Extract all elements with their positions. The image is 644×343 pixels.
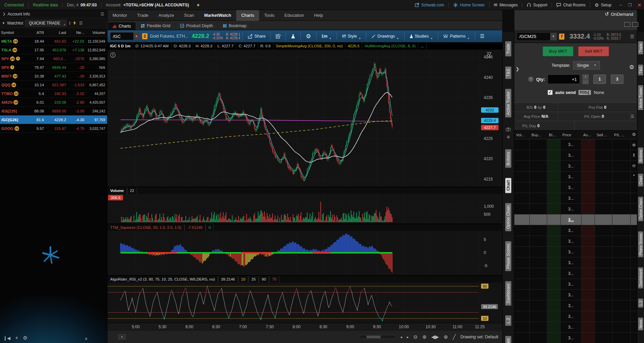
alerts-badge[interactable]: 2 [142, 33, 147, 39]
fit-width-icon[interactable]: ◀▶ [431, 334, 439, 340]
bolt-icon[interactable] [73, 21, 76, 25]
ladder-bid-cell[interactable] [547, 257, 561, 268]
ladder-bid-cell[interactable] [547, 139, 561, 150]
ladder-buy-cell[interactable] [530, 236, 547, 246]
menu-tools[interactable]: Tools [259, 10, 279, 21]
ladder-buy-cell[interactable] [530, 161, 547, 171]
home-screen-button[interactable]: Home Screen [449, 0, 489, 10]
ladder-ask-cell[interactable] [582, 247, 595, 257]
auto-send-checkbox[interactable]: ✓ [548, 90, 553, 95]
watchlist-row-ESZ25[interactable]: /ES[Z25]88.086859.00-3.00246,242 [0, 107, 107, 115]
ladder-sell-cell[interactable] [595, 236, 612, 246]
ondemand-button[interactable]: ↺OnDemand [605, 11, 633, 17]
ladder-price-cell[interactable]: 3... [561, 214, 582, 225]
watchlist-row-TSLA[interactable]: TSLA2417.95453.878+7.13812,852,849 [0, 46, 107, 54]
symbol-dropdown-icon[interactable]: ▼ [133, 33, 139, 40]
ladder-ask-cell[interactable] [582, 322, 595, 332]
ladder-vol-cell[interactable] [514, 247, 530, 257]
ladder-vol-cell[interactable] [514, 300, 530, 311]
setup-button[interactable]: ⚙Setup [590, 0, 616, 10]
ladder-sell-cell[interactable] [595, 139, 612, 150]
side-tab-buttons[interactable]: Buttons [638, 148, 643, 164]
buy-market-button[interactable]: Buy MKT [543, 46, 573, 56]
ladder-bid-cell[interactable] [547, 193, 561, 203]
ladder-ask-cell[interactable] [582, 311, 595, 322]
ladder-row[interactable]: 3... [514, 257, 637, 268]
ladder-price-cell[interactable]: 3... [561, 182, 582, 193]
ladder-sell-cell[interactable] [595, 182, 612, 193]
close-button[interactable]: ✕ [635, 0, 644, 10]
ladder-vol-cell[interactable] [514, 322, 530, 332]
template-dropdown[interactable]: Single▼ [573, 61, 600, 69]
menu-marketwatch[interactable]: MarketWatch [199, 10, 236, 21]
scroll-up-icon[interactable]: ▲ [84, 336, 88, 341]
order-menu-icon[interactable]: ☰ [630, 34, 637, 39]
ladder-vol-cell[interactable] [514, 182, 530, 193]
ladder-price-cell[interactable]: 3... [561, 257, 582, 268]
ladder-pl-cell[interactable] [612, 204, 631, 214]
tab-bookmap[interactable]: Bookmap [218, 22, 252, 30]
ladder-vol-cell[interactable] [514, 193, 530, 203]
watchlist-row-TTWO[interactable]: TTWO245.4242.93-2.0244,207 [0, 89, 107, 98]
ladder-buy-cell[interactable] [530, 311, 547, 322]
volume-label[interactable]: Volume [108, 188, 127, 194]
ladder-sell-cell[interactable] [595, 214, 612, 225]
patterns-button[interactable]: Patterns▼ [440, 32, 472, 41]
ladder-vol-cell[interactable] [514, 150, 530, 160]
ladder-bid-cell[interactable] [547, 333, 561, 343]
side-tab-dashboard[interactable]: Dashboard [638, 267, 643, 288]
ladder-buy-cell[interactable] [530, 172, 547, 182]
support-button[interactable]: Support [522, 0, 552, 10]
watchlist-row-SPX[interactable]: SPX79.476849.44-.28N/A [0, 63, 107, 72]
ladder-row[interactable]: 3... [514, 333, 637, 343]
ladder-price-cell[interactable]: 3... [561, 311, 582, 322]
ladder-price-cell[interactable]: 3... [561, 247, 582, 257]
ladder-sell-cell[interactable] [595, 279, 612, 289]
side-tab-news[interactable]: News [638, 317, 643, 330]
side-tab-chart[interactable]: Chart [638, 174, 643, 187]
side-tab-trade[interactable]: Trade [505, 41, 511, 56]
ladder-ask-cell[interactable] [582, 150, 595, 160]
order-alerts-badge[interactable]: 7 [559, 34, 564, 40]
ladder-ask-cell[interactable] [582, 161, 595, 171]
chart-scrollbar[interactable] [359, 335, 396, 339]
side-tab-phase-scores[interactable]: Phase Scores [505, 241, 511, 271]
ladder-pl-cell[interactable] [612, 290, 631, 300]
ladder-ask-cell[interactable] [582, 214, 595, 225]
messages-button[interactable]: ✉Messages [489, 0, 522, 10]
volume-chart[interactable]: 1,000500306.6 [108, 194, 502, 223]
ladder-vol-cell[interactable] [514, 172, 530, 182]
ladder-ask-cell[interactable] [582, 257, 595, 268]
ladder-pl-cell[interactable] [612, 300, 631, 311]
qty-stepper[interactable]: +− [583, 75, 589, 84]
order-symbol-dropdown-icon[interactable]: ▼ [550, 33, 556, 40]
ladder-pl-cell[interactable] [612, 161, 631, 171]
watchlist-row-MSFT[interactable]: MSFT2410.38477.43-.302,326,913 [0, 72, 107, 81]
ladder-pl-cell[interactable] [612, 268, 631, 279]
ladder-row[interactable]: 3... [514, 193, 637, 204]
menu-icon[interactable]: ☰ [100, 12, 104, 16]
ladder-vol-cell[interactable] [514, 268, 530, 279]
ladder-price-cell[interactable]: 3... [561, 172, 582, 182]
panel-gear-icon[interactable]: ⚙ [629, 64, 634, 71]
ladder-sell-cell[interactable] [595, 225, 612, 236]
tab-charts[interactable]: Charts [108, 22, 136, 30]
side-tab-buttons[interactable]: Buttons [505, 149, 511, 168]
ladder-vol-cell[interactable] [514, 225, 530, 236]
go-first-icon[interactable]: ❙◀ [3, 336, 10, 341]
ladder-ask-cell[interactable] [582, 204, 595, 214]
price-chart[interactable]: 42454240423542254220421542324229.44227.7… [108, 50, 502, 187]
ladder-ask-cell[interactable] [582, 172, 595, 182]
data-mode[interactable]: Realtime data [29, 0, 62, 10]
watchlist-row-META[interactable]: META2418.44661.62+22.0211,150,549 [0, 37, 107, 46]
scroll-left-icon[interactable]: ◂ [400, 335, 402, 339]
ladder-bid-cell[interactable] [547, 290, 561, 300]
sma-study-label[interactable]: SimpleMovingAvg (CLOSE, 200, 0, no) [273, 43, 345, 49]
account-info-section[interactable]: ❯Account Info ☰ [0, 10, 107, 18]
ladder-pl-cell[interactable] [612, 236, 631, 246]
zoom-in-icon[interactable]: ⊕ [422, 334, 427, 340]
ladder-buy-cell[interactable] [530, 333, 547, 343]
ladder-header[interactable]: Vol...Buy...Bi...PriceAs...Sell ...P/L .… [514, 131, 637, 139]
help-icon[interactable]: ? [528, 77, 533, 82]
ladder-buy-cell[interactable] [530, 247, 547, 257]
